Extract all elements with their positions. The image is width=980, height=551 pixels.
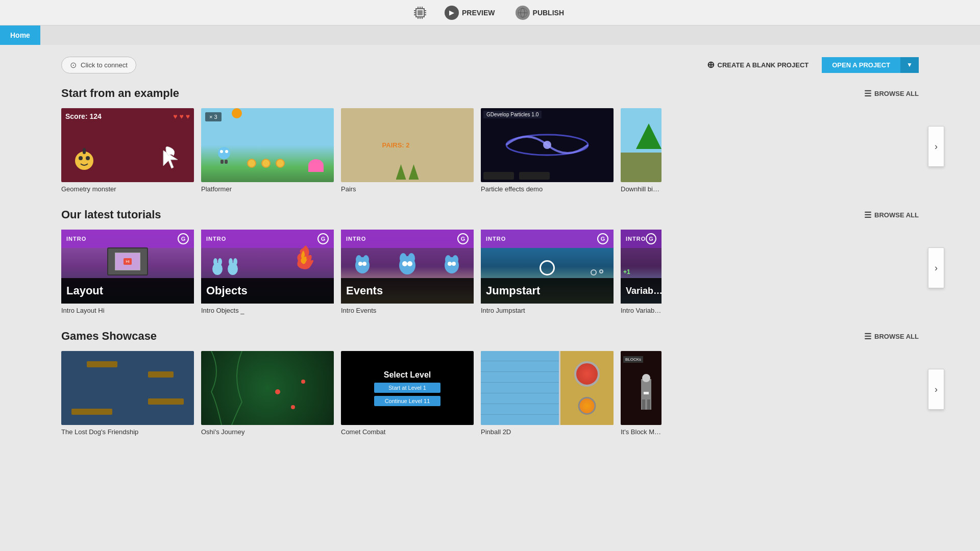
geometry-label: Geometry monster (61, 185, 194, 193)
nav-bar: Home (0, 26, 980, 45)
chevron-down-icon: ▼ (906, 61, 913, 68)
connect-label: Click to connect (81, 61, 128, 69)
click-to-connect-button[interactable]: ⊙ Click to connect (61, 57, 136, 73)
tutorial-card-layout[interactable]: Intro G Hi Layout Intro Layout Hi (61, 230, 194, 314)
tut-intro-label-layout: Intro (66, 236, 86, 242)
svg-point-42 (402, 261, 407, 266)
showcase-next-button[interactable]: › (928, 369, 944, 410)
examples-browse-all[interactable]: ☰ BROWSE ALL (864, 89, 919, 98)
examples-next-button[interactable]: › (928, 126, 944, 167)
tut-title-jumpstart: Jumpstart (481, 278, 614, 304)
example-card-particles[interactable]: GDevelop Particles 1.0 (481, 108, 614, 193)
play-icon: ▶ (445, 6, 459, 20)
tut-intro-label-objects: Intro (206, 236, 226, 242)
showcase-browse-label: BROWSE ALL (874, 333, 919, 340)
cursor-icon (158, 145, 184, 172)
particles-controls (483, 172, 550, 180)
svg-rect-25 (225, 160, 228, 164)
example-card-platformer[interactable]: × 3 (201, 108, 334, 193)
processor-icon[interactable] (411, 4, 429, 22)
open-project-label: OPEN A PROJECT (832, 61, 890, 69)
open-project-dropdown[interactable]: ▼ (900, 57, 919, 73)
blue-creatures (341, 250, 474, 276)
showcase-card-oshi[interactable]: Oshi's Journey (201, 351, 334, 436)
showcase-title: Games Showcase (61, 330, 157, 343)
create-blank-label: CREATE A BLANK PROJECT (718, 61, 809, 69)
tut-gdevelop-logo-events: G (457, 233, 469, 244)
tutorials-browse-all[interactable]: ☰ BROWSE ALL (864, 210, 919, 220)
create-blank-button[interactable]: ⊕ CREATE A BLANK PROJECT (700, 55, 816, 74)
showcase-card-comet[interactable]: Select Level Start at Level 1 Continue L… (341, 351, 474, 436)
home-nav-item[interactable]: Home (0, 26, 40, 45)
svg-point-18 (79, 156, 83, 160)
tutorial-card-variables[interactable]: Intro G +1 Variab… Intro Variab… (621, 230, 662, 314)
pinball-label: Pinball 2D (481, 428, 614, 436)
showcase-cards-row: The Lost Dog's Friendship Oshi's Journe (61, 351, 919, 436)
pink-blob (308, 159, 324, 172)
svg-rect-54 (644, 392, 649, 394)
svg-point-48 (452, 262, 456, 266)
list-icon-2: ☰ (864, 210, 871, 220)
chevron-right-icon-3: › (935, 384, 938, 395)
character-icon (71, 140, 97, 172)
top-bar-center: ▶ PREVIEW PUBLISH (411, 4, 569, 22)
blocks-sign: BLOCKs (623, 356, 643, 363)
showcase-section-header: Games Showcase ☰ BROWSE ALL (61, 330, 919, 343)
plus-icon: ⊕ (707, 59, 715, 70)
pairs-header: PAIRS: 2 (379, 138, 413, 152)
publish-button[interactable]: PUBLISH (510, 4, 569, 22)
showcase-card-lost-dog[interactable]: The Lost Dog's Friendship (61, 351, 194, 436)
svg-point-50 (301, 380, 305, 384)
tut-title-layout: Layout (61, 278, 194, 304)
showcase-browse-all[interactable]: ☰ BROWSE ALL (864, 332, 919, 341)
svg-rect-1 (418, 10, 423, 15)
top-bar: ▶ PREVIEW PUBLISH (0, 0, 980, 26)
tutorial-card-objects[interactable]: Intro G (201, 230, 334, 314)
pairs-grid (412, 122, 435, 169)
objects-tut-label: Intro Objects _ (201, 307, 334, 314)
tut-title-variables: Variab… (621, 278, 662, 304)
open-project-container[interactable]: OPEN A PROJECT ▼ (822, 57, 919, 73)
blocks-label: It's Block Ma… (621, 428, 662, 436)
tut-top-bar-events: Intro G (341, 230, 474, 248)
tutorial-card-events[interactable]: Intro G (341, 230, 474, 314)
showcase-card-blocks[interactable]: BLOCKs It's Block Ma… (621, 351, 662, 436)
svg-rect-56 (647, 399, 650, 410)
open-project-button[interactable]: OPEN A PROJECT (822, 57, 900, 73)
start-level-btn: Start at Level 1 (374, 383, 440, 393)
examples-cards-wrapper: Score: 124 ♥ ♥ ♥ (61, 108, 919, 193)
svg-point-23 (225, 150, 228, 153)
example-card-geometry[interactable]: Score: 124 ♥ ♥ ♥ (61, 108, 194, 193)
tut-intro-label-variables: Intro (626, 236, 646, 242)
tut-top-bar-layout: Intro G (61, 230, 194, 248)
tutorial-card-jumpstart[interactable]: Intro G Jumpstart Intro Jumpstart (481, 230, 614, 314)
tutorials-next-button[interactable]: › (928, 247, 944, 288)
variables-tut-label: Intro Variab… (621, 307, 662, 314)
preview-button[interactable]: ▶ PREVIEW (439, 4, 500, 22)
tut-gdevelop-logo-variables: G (646, 233, 656, 244)
orange-coin-top (232, 108, 242, 118)
tut-top-bar-variables: Intro G (621, 230, 662, 248)
svg-point-47 (448, 262, 452, 266)
examples-browse-label: BROWSE ALL (874, 90, 919, 97)
pairs-label: Pairs (341, 185, 474, 193)
home-label: Home (10, 31, 30, 39)
tut-gdevelop-logo-jumpstart: G (597, 233, 608, 244)
showcase-cards-wrapper: The Lost Dog's Friendship Oshi's Journe (61, 351, 919, 436)
svg-point-30 (218, 258, 222, 265)
tree-shape (636, 123, 662, 149)
tutorials-title: Our latest tutorials (61, 208, 161, 221)
chevron-right-icon-2: › (935, 263, 938, 273)
showcase-card-pinball[interactable]: Pinball 2D (481, 351, 614, 436)
lost-dog-bg (61, 351, 194, 425)
events-tut-label: Intro Events (341, 307, 474, 314)
connect-icon: ⊙ (70, 60, 77, 70)
fire-character (293, 243, 318, 276)
tut-intro-label-jumpstart: Intro (486, 236, 506, 242)
example-card-downhill[interactable]: Downhill bik… (621, 108, 662, 193)
list-icon-3: ☰ (864, 332, 871, 341)
tutorials-browse-label: BROWSE ALL (874, 211, 919, 219)
circle-object (540, 260, 555, 276)
example-card-pairs[interactable]: PAIRS: 2 (341, 108, 474, 193)
lives-counter: × 3 (205, 112, 222, 121)
